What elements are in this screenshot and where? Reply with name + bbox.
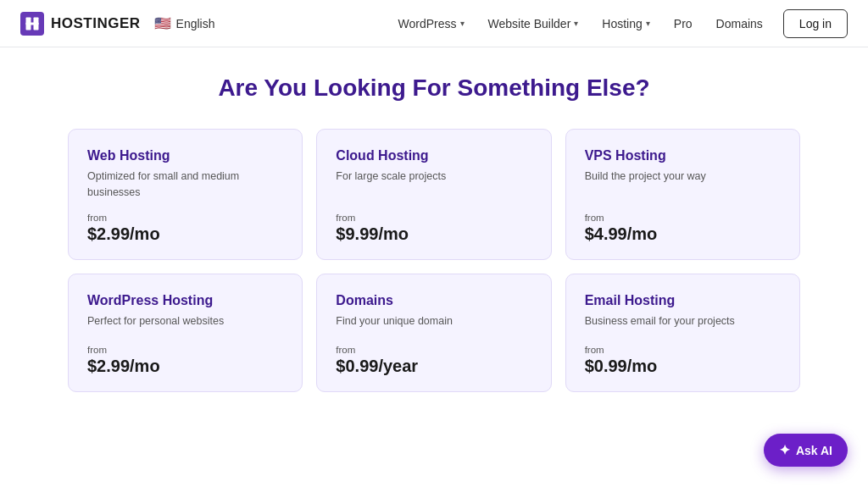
nav-label-hosting: Hosting bbox=[602, 17, 642, 30]
nav-item-domains[interactable]: Domains bbox=[706, 10, 773, 37]
main-content: Are You Looking For Something Else? Web … bbox=[0, 47, 868, 419]
nav-item-wordpress[interactable]: WordPress ▾ bbox=[388, 10, 475, 37]
card-desc-email-hosting: Business email for your projects bbox=[585, 313, 781, 329]
card-title-domains: Domains bbox=[336, 293, 531, 308]
card-header: Cloud Hosting For large scale projects bbox=[336, 148, 531, 196]
logo[interactable]: HOSTINGER bbox=[20, 12, 141, 36]
card-from-web-hosting: from bbox=[87, 213, 283, 223]
nav-item-pro[interactable]: Pro bbox=[664, 10, 703, 37]
chevron-down-icon: ▾ bbox=[574, 19, 578, 28]
card-desc-domains: Find your unique domain bbox=[336, 313, 531, 329]
language-selector[interactable]: 🇺🇸 English bbox=[154, 15, 215, 31]
card-from-email-hosting: from bbox=[585, 345, 781, 355]
card-price-cloud-hosting: $9.99/mo bbox=[336, 224, 531, 244]
card-email-hosting[interactable]: Email Hosting Business email for your pr… bbox=[565, 274, 800, 392]
card-title-vps-hosting: VPS Hosting bbox=[585, 148, 781, 163]
hostinger-icon bbox=[25, 16, 40, 31]
navbar: HOSTINGER 🇺🇸 English WordPress ▾ Website… bbox=[0, 0, 868, 47]
nav-label-pro: Pro bbox=[674, 17, 693, 30]
lang-label: English bbox=[176, 17, 215, 30]
navbar-left: HOSTINGER 🇺🇸 English bbox=[20, 12, 214, 36]
logo-text: HOSTINGER bbox=[51, 15, 141, 32]
card-header: Domains Find your unique domain bbox=[336, 293, 531, 341]
nav-item-hosting[interactable]: Hosting ▾ bbox=[592, 10, 659, 37]
card-price-web-hosting: $2.99/mo bbox=[87, 224, 283, 244]
card-from-cloud-hosting: from bbox=[336, 213, 531, 223]
card-price-email-hosting: $0.99/mo bbox=[585, 357, 781, 376]
card-header: WordPress Hosting Perfect for personal w… bbox=[87, 293, 283, 341]
login-button[interactable]: Log in bbox=[783, 9, 848, 38]
card-vps-hosting[interactable]: VPS Hosting Build the project your way f… bbox=[565, 129, 800, 260]
cards-grid: Web Hosting Optimized for small and medi… bbox=[68, 129, 800, 392]
card-desc-wordpress-hosting: Perfect for personal websites bbox=[87, 313, 283, 329]
card-domains[interactable]: Domains Find your unique domain from $0.… bbox=[316, 274, 551, 392]
card-title-wordpress-hosting: WordPress Hosting bbox=[87, 293, 283, 308]
page-title: Are You Looking For Something Else? bbox=[68, 75, 800, 102]
card-desc-cloud-hosting: For large scale projects bbox=[336, 169, 531, 185]
card-from-wordpress-hosting: from bbox=[87, 345, 283, 355]
card-pricing-email-hosting: from $0.99/mo bbox=[585, 345, 781, 376]
chevron-down-icon: ▾ bbox=[646, 19, 650, 28]
nav-label-website-builder: Website Builder bbox=[488, 17, 571, 30]
nav-label-domains: Domains bbox=[716, 17, 763, 30]
card-desc-web-hosting: Optimized for small and medium businesse… bbox=[87, 169, 283, 201]
chevron-down-icon: ▾ bbox=[460, 19, 465, 28]
card-pricing-vps-hosting: from $4.99/mo bbox=[585, 213, 781, 244]
card-pricing-web-hosting: from $2.99/mo bbox=[87, 213, 283, 244]
card-cloud-hosting[interactable]: Cloud Hosting For large scale projects f… bbox=[316, 129, 551, 260]
card-wordpress-hosting[interactable]: WordPress Hosting Perfect for personal w… bbox=[68, 274, 303, 392]
sparkle-icon: ✦ bbox=[779, 442, 790, 458]
flag-icon: 🇺🇸 bbox=[154, 15, 171, 31]
card-price-vps-hosting: $4.99/mo bbox=[585, 224, 781, 244]
card-title-email-hosting: Email Hosting bbox=[585, 293, 781, 308]
card-header: Web Hosting Optimized for small and medi… bbox=[87, 148, 283, 213]
card-header: VPS Hosting Build the project your way bbox=[585, 148, 781, 196]
ask-ai-label: Ask AI bbox=[796, 444, 832, 457]
card-title-cloud-hosting: Cloud Hosting bbox=[336, 148, 531, 163]
logo-icon bbox=[20, 12, 44, 36]
card-pricing-wordpress-hosting: from $2.99/mo bbox=[87, 345, 283, 376]
navbar-nav: WordPress ▾ Website Builder ▾ Hosting ▾ … bbox=[388, 9, 848, 38]
card-from-vps-hosting: from bbox=[585, 213, 781, 223]
card-title-web-hosting: Web Hosting bbox=[87, 148, 283, 163]
card-pricing-domains: from $0.99/year bbox=[336, 345, 531, 376]
card-pricing-cloud-hosting: from $9.99/mo bbox=[336, 213, 531, 244]
card-from-domains: from bbox=[336, 345, 531, 355]
svg-rect-2 bbox=[26, 22, 39, 25]
nav-label-wordpress: WordPress bbox=[398, 17, 457, 30]
card-desc-vps-hosting: Build the project your way bbox=[585, 169, 781, 185]
card-price-domains: $0.99/year bbox=[336, 357, 531, 376]
card-price-wordpress-hosting: $2.99/mo bbox=[87, 357, 283, 376]
card-header: Email Hosting Business email for your pr… bbox=[585, 293, 781, 341]
card-web-hosting[interactable]: Web Hosting Optimized for small and medi… bbox=[68, 129, 303, 260]
nav-item-website-builder[interactable]: Website Builder ▾ bbox=[478, 10, 589, 37]
ask-ai-button[interactable]: ✦ Ask AI bbox=[764, 434, 848, 467]
